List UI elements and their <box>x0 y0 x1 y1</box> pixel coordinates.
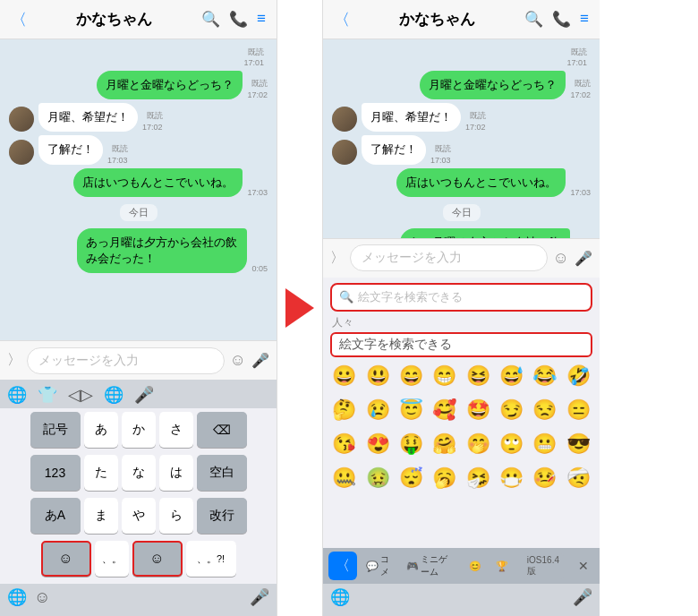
kb-bottom-globe-icon[interactable]: 🌐 <box>7 587 27 607</box>
emoji-item[interactable]: 😒 <box>530 395 560 425</box>
keyboard-row-3: あA ま や ら 改行 <box>4 498 273 534</box>
kb-mic-icon[interactable]: 🎤 <box>134 385 154 405</box>
emoji-item[interactable]: 😍 <box>362 429 393 459</box>
key-return[interactable]: 改行 <box>197 498 247 534</box>
key-123[interactable]: 123 <box>30 455 81 491</box>
emoji-item[interactable]: 🤧 <box>463 463 493 493</box>
key-sa[interactable]: さ <box>159 412 193 448</box>
incoming-bubble: 月曜、希望だ！ <box>38 103 138 132</box>
emoji-item[interactable]: 😆 <box>463 361 493 391</box>
emoji-item[interactable]: 🤩 <box>463 395 493 425</box>
emoji-item[interactable]: 😬 <box>530 429 560 459</box>
right-search-icon[interactable]: 🔍 <box>524 10 543 29</box>
key-a[interactable]: あ <box>84 412 118 448</box>
key-ma[interactable]: ま <box>84 498 118 534</box>
key-aa[interactable]: あA <box>30 498 81 534</box>
emoji-tab-back[interactable]: 〈 <box>328 552 357 580</box>
right-back-button[interactable]: 〈 <box>334 9 350 30</box>
emoji-highlight-text: 絵文字を検索できる <box>339 337 452 353</box>
key-symbols[interactable]: 、。?! <box>186 541 236 577</box>
key-emoji-right[interactable]: ☺ <box>132 541 183 577</box>
emoji-item[interactable]: 🤗 <box>430 429 460 459</box>
search-icon[interactable]: 🔍 <box>201 10 220 29</box>
emoji-item[interactable]: 😀 <box>329 361 360 391</box>
emoji-item[interactable]: 😘 <box>329 429 360 459</box>
arrow-divider <box>277 0 322 616</box>
emoji-kb-mic-icon[interactable]: 🎤 <box>573 587 592 607</box>
emoji-item[interactable]: 🤭 <box>463 429 493 459</box>
kb-arrows-icon[interactable]: ◁▷ <box>68 385 93 405</box>
emoji-item[interactable]: 😑 <box>563 395 593 425</box>
right-mic-button[interactable]: 🎤 <box>575 250 592 267</box>
emoji-item[interactable]: 😎 <box>563 429 593 459</box>
incoming-bubble: 了解だ！ <box>362 135 426 164</box>
read-status: 既読 <box>251 78 268 90</box>
right-message-input[interactable]: メッセージを入力 <box>350 244 548 271</box>
emoji-item[interactable]: 😇 <box>396 395 426 425</box>
emoji-item[interactable]: 🥱 <box>430 463 460 493</box>
emoji-item[interactable]: 🤐 <box>329 463 360 493</box>
menu-icon[interactable]: ≡ <box>257 10 266 29</box>
table-row: 既読 17:02 月曜と金曜ならどっち？ <box>332 71 591 99</box>
timestamp-top: 既読17:01 <box>9 47 264 67</box>
key-backspace[interactable]: ⌫ <box>197 412 247 448</box>
outgoing-bubble: 月曜と金曜ならどっち？ <box>420 71 566 99</box>
right-call-icon[interactable]: 📞 <box>552 10 571 29</box>
emoji-item[interactable]: 😴 <box>396 463 426 493</box>
key-kigo[interactable]: 記号 <box>30 412 81 448</box>
call-icon[interactable]: 📞 <box>229 10 248 29</box>
key-na[interactable]: な <box>122 455 156 491</box>
key-space[interactable]: 空白 <box>197 455 247 491</box>
mic-button[interactable]: 🎤 <box>251 352 269 369</box>
table-row: 17:03 店はいつもんとこでいいね。 <box>9 168 268 197</box>
kb-globe2-icon[interactable]: 🌐 <box>104 385 123 405</box>
avatar <box>9 140 34 165</box>
emoji-kb-globe-icon[interactable]: 🌐 <box>330 587 350 607</box>
emoji-item[interactable]: 🤕 <box>563 463 593 493</box>
emoji-item[interactable]: 😂 <box>530 361 560 391</box>
right-chat-area: 既読17:01 既読 17:02 月曜と金曜ならどっち？ 月曜、希望だ！ 既読 … <box>323 39 600 238</box>
key-ya[interactable]: や <box>122 498 156 534</box>
message-input[interactable]: メッセージを入力 <box>27 347 225 374</box>
emoji-button[interactable]: ☺ <box>230 351 246 370</box>
emoji-item[interactable]: 🤑 <box>396 429 426 459</box>
emoji-item[interactable]: 🤢 <box>362 463 393 493</box>
emoji-item[interactable]: 😁 <box>430 361 460 391</box>
emoji-tab-trophy[interactable]: 🏆 <box>490 552 514 580</box>
right-menu-icon[interactable]: ≡ <box>580 10 589 29</box>
emoji-tab-emoji[interactable]: 😊 <box>464 552 487 580</box>
emoji-highlight-box: 絵文字を検索できる <box>330 332 592 357</box>
right-emoji-button[interactable]: ☺ <box>553 249 569 268</box>
emoji-item[interactable]: 😃 <box>362 361 393 391</box>
key-emoji-left[interactable]: ☺ <box>41 541 91 577</box>
emoji-item[interactable]: 🤒 <box>530 463 560 493</box>
key-ra[interactable]: ら <box>159 498 193 534</box>
kb-globe-icon[interactable]: 🌐 <box>7 385 27 405</box>
key-ha[interactable]: は <box>159 455 193 491</box>
msg-time: 17:02 <box>142 123 163 132</box>
emoji-item[interactable]: 😢 <box>362 395 393 425</box>
emoji-item[interactable]: 😏 <box>497 395 527 425</box>
emoji-item[interactable]: 😅 <box>497 361 527 391</box>
left-back-button[interactable]: 〈 <box>11 9 27 30</box>
emoji-tab-close[interactable]: ✕ <box>573 552 594 580</box>
emoji-item[interactable]: 🤣 <box>563 361 593 391</box>
emoji-item[interactable]: 😷 <box>497 463 527 493</box>
key-punctuation[interactable]: 、。 <box>95 541 129 577</box>
emoji-item[interactable]: 🙄 <box>497 429 527 459</box>
emoji-item[interactable]: 😄 <box>396 361 426 391</box>
right-expand-button[interactable]: 〉 <box>330 249 345 268</box>
emoji-item[interactable]: 🤔 <box>329 395 360 425</box>
emoji-tab-minigame[interactable]: 🎮 ミニゲーム <box>401 552 460 580</box>
msg-meta: 既読 17:03 <box>430 143 451 165</box>
key-ta[interactable]: た <box>84 455 118 491</box>
kb-bottom-emoji-icon[interactable]: ☺ <box>34 588 50 607</box>
emoji-tab-comment[interactable]: 💬 コメ <box>361 552 397 580</box>
kb-shirt-icon[interactable]: 👕 <box>38 385 57 405</box>
expand-button[interactable]: 〉 <box>7 351 21 370</box>
emoji-tab-ios-version[interactable]: iOS16.4版 <box>517 552 569 580</box>
emoji-item[interactable]: 🥰 <box>430 395 460 425</box>
kb-bottom-mic-icon[interactable]: 🎤 <box>250 587 269 607</box>
key-ka[interactable]: か <box>122 412 156 448</box>
emoji-search-bar[interactable]: 🔍 絵文字を検索できる <box>330 283 592 312</box>
